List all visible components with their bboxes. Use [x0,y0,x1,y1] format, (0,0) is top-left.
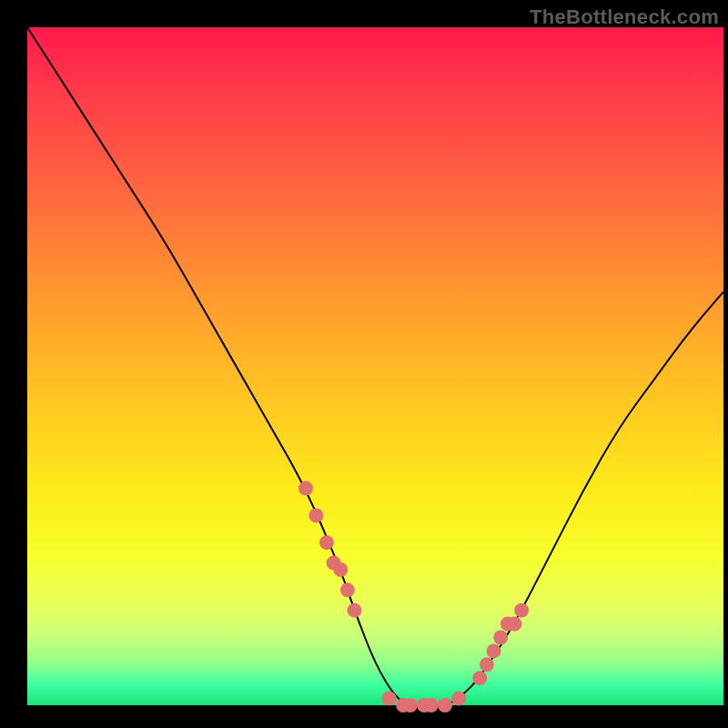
highlight-dot [340,582,355,597]
highlight-dot [333,562,348,577]
highlight-dot [472,671,487,685]
highlight-dot [308,508,323,522]
highlight-dot [319,535,334,550]
highlight-dot [298,481,313,496]
highlight-dot [493,630,508,644]
highlight-dot [348,603,362,618]
bottleneck-curve [27,27,723,705]
highlight-dot [507,617,521,632]
highlight-dot [487,643,501,658]
highlight-dot [403,698,418,713]
highlight-dots [298,481,529,713]
plot-area [27,27,723,705]
highlight-dot [480,657,494,672]
watermark-text: TheBottleneck.com [530,5,719,29]
highlight-dot [451,692,466,706]
curve-svg [27,27,723,705]
highlight-dot [514,603,529,618]
bottleneck-chart: TheBottleneck.com [0,0,728,728]
highlight-dot [438,698,452,713]
highlight-dot [382,692,397,706]
highlight-dot [424,698,439,713]
